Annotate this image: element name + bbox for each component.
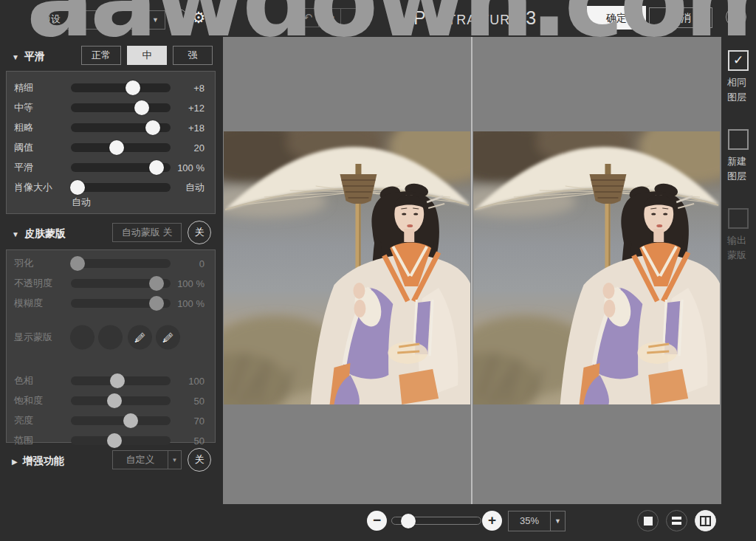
slider-value: 20 xyxy=(159,142,205,153)
enhance-preset-select[interactable]: 自定义 ▼ xyxy=(112,450,182,469)
show-mask-label: 显示蒙版 xyxy=(14,331,52,344)
zoom-slider-thumb[interactable] xyxy=(401,514,416,528)
info-icon[interactable]: i xyxy=(726,7,746,27)
smoothing-mode-medium[interactable]: 中 xyxy=(127,46,167,65)
split-view-divider[interactable] xyxy=(471,37,472,504)
slider-track[interactable] xyxy=(71,396,171,405)
slider-value: 70 xyxy=(159,415,205,426)
slider-row-medium: 中等 +12 xyxy=(7,97,215,117)
same-layer-label: 相同图层 xyxy=(727,75,751,105)
enhance-section-header[interactable]: ▶ 增强功能 xyxy=(12,455,64,468)
slider-track[interactable] xyxy=(71,436,171,445)
slider-track[interactable] xyxy=(71,376,171,385)
history-extra-button[interactable] xyxy=(341,8,363,27)
show-mask-row: 显示蒙版 🖉 🖉 xyxy=(7,313,215,362)
new-layer-checkbox[interactable] xyxy=(728,129,749,150)
zoom-out-button[interactable]: − xyxy=(367,511,387,531)
slider-value: 100 % xyxy=(159,297,205,309)
slider-label: 中等 xyxy=(14,101,33,114)
chevron-down-icon[interactable]: ▼ xyxy=(168,451,181,469)
smoothing-mode-normal[interactable]: 正常 xyxy=(81,46,121,65)
output-options-panel: ✓ 相同图层 新建图层 输出蒙版 xyxy=(721,37,756,504)
enhance-toggle-button[interactable]: 关 xyxy=(188,448,211,472)
slider-row-feather: 羽化 0 xyxy=(7,253,215,273)
slider-row-fine: 精细 +8 xyxy=(7,77,215,97)
app-title: Portraiture 3 xyxy=(413,7,583,29)
output-mask-label: 输出蒙版 xyxy=(727,233,751,263)
zoom-toolbar: − + 35% ▼ xyxy=(0,504,756,541)
skin-mask-section-header[interactable]: ▼ 皮肤蒙版 xyxy=(12,227,66,241)
zoom-level-value: 35% xyxy=(509,511,550,531)
ok-button[interactable]: 确定 xyxy=(587,6,646,30)
redo-button[interactable]: ↷ xyxy=(319,8,341,27)
after-image[interactable] xyxy=(473,131,720,404)
slider-value: 100 % xyxy=(159,162,205,173)
chevron-down-icon[interactable]: ▼ xyxy=(550,511,565,531)
slider-row-coarse: 粗略 +18 xyxy=(7,117,215,137)
slider-thumb[interactable] xyxy=(145,120,160,135)
slider-label: 范围 xyxy=(14,434,33,447)
portraiture-plugin-window: 预设 ▼ ⚙ ↶ ↷ Portraiture 3 确定 取消 i ▼ 平滑 正常… xyxy=(0,0,756,541)
slider-track[interactable] xyxy=(71,143,171,152)
undo-button[interactable]: ↶ xyxy=(297,8,319,27)
chevron-down-icon[interactable]: ▼ xyxy=(145,11,165,29)
zoom-slider-track[interactable] xyxy=(391,517,481,525)
auto-mask-button[interactable]: 自动蒙版 关 xyxy=(112,223,182,242)
enhance-preset-value: 自定义 xyxy=(113,451,168,469)
smoothing-mode-strong[interactable]: 强 xyxy=(173,46,213,65)
slider-row-blur: 模糊度 100 % xyxy=(7,293,215,313)
gear-icon[interactable]: ⚙ xyxy=(188,7,209,28)
eyedropper-plus-icon[interactable]: 🖉 xyxy=(156,325,180,350)
slider-label: 粗略 xyxy=(14,121,33,134)
slider-label: 模糊度 xyxy=(14,297,43,310)
slider-track[interactable] xyxy=(71,299,171,308)
preset-select[interactable]: ▼ xyxy=(47,10,165,30)
vertical-split-view-button[interactable] xyxy=(695,510,716,531)
slider-track[interactable] xyxy=(71,279,171,288)
before-image[interactable] xyxy=(224,131,470,404)
slider-thumb[interactable] xyxy=(134,100,149,115)
mask-preview-dark-button[interactable] xyxy=(70,325,94,350)
slider-thumb[interactable] xyxy=(123,413,138,428)
preset-save-button[interactable] xyxy=(169,9,188,28)
slider-track[interactable] xyxy=(71,259,171,268)
slider-track[interactable] xyxy=(71,416,171,425)
slider-row-threshold: 阈值 20 xyxy=(7,137,215,157)
horizontal-split-view-button[interactable] xyxy=(666,510,687,531)
cancel-button[interactable]: 取消 xyxy=(649,7,712,28)
slider-track[interactable] xyxy=(71,163,171,172)
smoothing-header-label: 平滑 xyxy=(24,50,45,63)
zoom-level-select[interactable]: 35% ▼ xyxy=(508,511,566,531)
single-view-button[interactable] xyxy=(637,510,659,531)
slider-label: 色相 xyxy=(14,374,33,387)
horizontal-split-icon xyxy=(672,517,681,525)
portrait-size-auto-label: 自动 xyxy=(72,196,91,209)
slider-track[interactable] xyxy=(71,183,171,192)
slider-thumb[interactable] xyxy=(70,256,85,271)
slider-track[interactable] xyxy=(71,123,171,132)
slider-value: 100 % xyxy=(159,278,205,289)
slider-thumb[interactable] xyxy=(110,373,125,388)
caret-down-icon: ▼ xyxy=(12,230,19,238)
slider-value: 0 xyxy=(159,258,205,269)
skin-mask-group: 羽化 0 不透明度 100 % 模糊度 100 % 显示蒙版 🖉 🖉 xyxy=(6,249,216,443)
slider-thumb[interactable] xyxy=(126,80,140,95)
same-layer-checkbox[interactable]: ✓ xyxy=(728,50,749,71)
slider-track[interactable] xyxy=(71,83,171,92)
slider-thumb[interactable] xyxy=(109,140,124,155)
smoothing-section-header[interactable]: ▼ 平滑 xyxy=(12,50,45,63)
adjustments-panel: ▼ 平滑 正常 中 强 精细 +8 中等 +12 粗略 +18 阈值 xyxy=(0,37,221,541)
zoom-in-button[interactable]: + xyxy=(482,511,502,531)
slider-label: 精细 xyxy=(14,81,33,94)
skin-mask-toggle-button[interactable]: 关 xyxy=(188,221,211,244)
slider-label: 不透明度 xyxy=(14,277,52,290)
mask-preview-light-button[interactable] xyxy=(98,325,123,350)
eyedropper-icon[interactable]: 🖉 xyxy=(128,325,152,350)
slider-thumb[interactable] xyxy=(107,393,122,408)
slider-value: 50 xyxy=(159,395,205,406)
slider-track[interactable] xyxy=(71,103,171,112)
output-mask-checkbox xyxy=(728,208,749,229)
slider-thumb[interactable] xyxy=(70,180,85,195)
slider-thumb[interactable] xyxy=(107,433,122,448)
preview-canvas[interactable] xyxy=(223,37,721,504)
